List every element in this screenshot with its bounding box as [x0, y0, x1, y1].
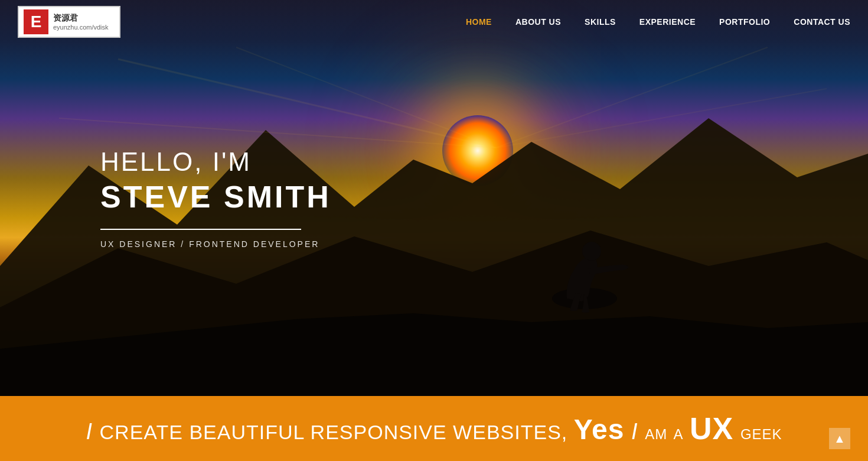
hero-sun — [442, 115, 513, 186]
hero-name: STEVE SMITH — [100, 179, 331, 215]
nav-item-home[interactable]: HOME — [466, 17, 492, 27]
orange-tagline: I CREATE BEAUTIFUL RESPONSIVE WEBSITES, … — [86, 411, 782, 446]
hero-greeting: HELLO, I'M — [100, 147, 331, 177]
nav-link-about[interactable]: ABOUT US — [515, 17, 561, 27]
nav-item-experience[interactable]: EXPERIENCE — [639, 17, 696, 27]
hero-subtitle: UX DESIGNER / FRONTEND DEVELOPER — [100, 239, 331, 249]
nav-item-skills[interactable]: SKILLS — [585, 17, 616, 27]
scroll-to-top-button[interactable]: ▲ — [829, 428, 850, 449]
tagline-create: CREATE BEAUTIFUL RESPONSIVE WEBSITES, — [100, 421, 574, 443]
logo-chinese: 资源君 — [53, 13, 109, 24]
navbar: E 资源君 eyunzhu.com/vdisk . HOME ABOUT US … — [0, 0, 868, 43]
nav-item-contact[interactable]: CONTACT US — [794, 17, 850, 27]
nav-link-contact[interactable]: CONTACT US — [794, 17, 850, 27]
logo-url: eyunzhu.com/vdisk — [53, 24, 109, 31]
italic-i: I — [86, 419, 93, 444]
italic-i2: I — [631, 419, 638, 444]
nav-item-about[interactable]: ABOUT US — [515, 17, 561, 27]
hero-divider — [100, 229, 301, 230]
nav-item-portfolio[interactable]: PORTFOLIO — [719, 17, 770, 27]
tagline-ux: UX — [690, 411, 733, 446]
hero-section: HELLO, I'M STEVE SMITH UX DESIGNER / FRO… — [0, 0, 868, 396]
nav-links: HOME ABOUT US SKILLS EXPERIENCE PORTFOLI… — [466, 17, 850, 27]
nav-link-portfolio[interactable]: PORTFOLIO — [719, 17, 770, 27]
logo[interactable]: E 资源君 eyunzhu.com/vdisk . — [18, 6, 120, 38]
logo-text-block: 资源君 eyunzhu.com/vdisk — [53, 13, 109, 31]
tagline-geek: geek — [740, 421, 782, 443]
orange-section: I CREATE BEAUTIFUL RESPONSIVE WEBSITES, … — [0, 396, 868, 461]
logo-letter: E — [24, 9, 48, 34]
nav-link-experience[interactable]: EXPERIENCE — [639, 17, 696, 27]
nav-link-home[interactable]: HOME — [466, 17, 492, 27]
nav-link-skills[interactable]: SKILLS — [585, 17, 616, 27]
hero-content: HELLO, I'M STEVE SMITH UX DESIGNER / FRO… — [100, 147, 331, 249]
tagline-am-a: am a — [645, 421, 690, 443]
logo-dot: . — [111, 14, 115, 30]
tagline-yes: Yes — [574, 414, 625, 445]
